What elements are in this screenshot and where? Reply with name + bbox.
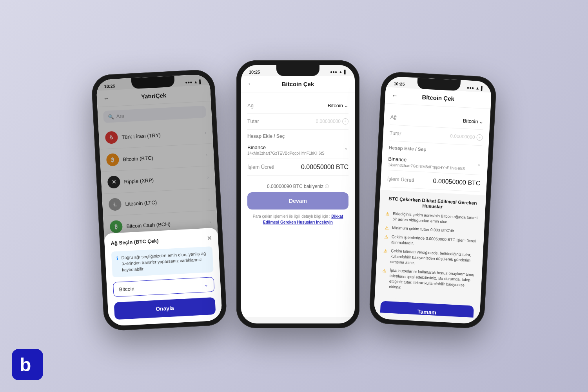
warning-item-2: ⚠ Minimum çekim tutarı 0.003 BTC'dir <box>385 224 478 235</box>
notch-3 <box>417 78 461 91</box>
amount-placeholder-3: 0.00000000 <box>450 133 475 140</box>
modal-sheet: Ağ Seçin (BTC Çek) ✕ ℹ Doğru ağı seçtiği… <box>104 228 222 320</box>
account-name: Binance <box>247 145 325 150</box>
confirm-button[interactable]: Onayla <box>114 297 216 319</box>
phone-3-screen: 10:25 ●●● ▲ ▌ ← Bitcoin Çek Ağ <box>374 76 492 324</box>
wifi-icon-3: ▲ <box>475 85 479 90</box>
amount-field-3[interactable]: 0.00000000 + <box>450 133 483 141</box>
balance-info-icon: ⓘ <box>325 184 329 189</box>
battery-icon-2: ▌ <box>344 70 347 74</box>
devam-button[interactable]: Devam <box>247 192 348 210</box>
warning-icon-4: ⚠ <box>383 248 388 254</box>
back-arrow-3[interactable]: ← <box>391 92 398 99</box>
modal-info-box: ℹ Doğru ağı seçtiğinizden emin olun, yan… <box>111 246 214 277</box>
warning-item-3: ⚠ Çekim işlemlerinde 0.00050000 BTC işle… <box>384 233 477 249</box>
status-icons-3: ●●● ▲ ▌ <box>467 85 484 90</box>
time-3: 10:25 <box>394 81 405 86</box>
phone-2: 10:25 ●●● ▲ ▌ ← Bitcoin Çek Ağ <box>236 60 359 328</box>
account-dropdown-icon-3: ⌄ <box>477 160 482 167</box>
tamam-button[interactable]: Tamam <box>380 301 474 318</box>
modal-close-button[interactable]: ✕ <box>207 234 212 242</box>
brand-logo-svg: b <box>17 354 38 376</box>
phone-1-screen: 10:25 ●●● ▲ ▌ ← Yatır/Çek 🔍 Ara <box>96 74 223 326</box>
warning-text-1: Eklediğiniz çekim adresinin Bitcoin ağın… <box>392 211 479 226</box>
btc-balance: 0.00000090 BTC bakiyeniz ⓘ <box>247 176 348 192</box>
back-arrow-2[interactable]: ← <box>247 80 254 87</box>
warning-text-5: İptal butonlarını kullanarak henüz onayl… <box>389 267 476 294</box>
amount-row: Tutar 0.00000000 + <box>247 114 348 130</box>
account-section-header: Hesap Ekle / Seç <box>247 130 348 141</box>
battery-icon-3: ▌ <box>481 86 484 90</box>
warning-icon-3: ⚠ <box>384 234 389 240</box>
warning-title: BTC Çekerken Dikkat Edilmesi Gereken Hus… <box>386 195 479 211</box>
modal-header: Ağ Seçin (BTC Çek) ✕ <box>111 234 212 246</box>
fee-value: 0.00050000 BTC <box>301 164 348 171</box>
fee-label: İşlem Ücreti <box>247 164 274 170</box>
account-select-row[interactable]: Binance 14xMn3zhart7GzTEVBdPqqoHYnF1hKH6… <box>247 141 348 159</box>
network-select[interactable]: Bitcoin ⌄ <box>113 276 215 296</box>
amount-field[interactable]: 0.00000000 + <box>316 118 348 125</box>
network-dropdown-icon: ⌄ <box>344 103 348 108</box>
warning-item-5: ⚠ İptal butonlarını kullanarak henüz ona… <box>381 267 476 294</box>
info-icon: ℹ <box>116 255 118 261</box>
account-info: Binance 14xMn3zhart7GzTEVBdPqqoHYnF1hKH6… <box>247 145 325 155</box>
fee-row: İşlem Ücreti 0.00050000 BTC <box>247 159 348 176</box>
phone-1-content: ← Yatır/Çek 🔍 Ara ₺ Türk Lirası (TRY) › <box>96 85 222 320</box>
select-chevron-icon: ⌄ <box>203 281 209 288</box>
warning-icon-2: ⚠ <box>385 225 389 231</box>
network-label-3: Ağ <box>390 114 397 120</box>
warning-text-4: Çekim talimatı verdiğinizde, belirlediği… <box>390 248 477 269</box>
warning-text-3: Çekim işlemlerinde 0.00050000 BTC işlem … <box>391 234 477 249</box>
warning-item-1: ⚠ Eklediğiniz çekim adresinin Bitcoin ağ… <box>385 210 479 226</box>
fee-label-3: İşlem Ücreti <box>387 175 414 183</box>
amount-plus-icon-3: + <box>476 134 483 141</box>
phone-3: 10:25 ●●● ▲ ▌ ← Bitcoin Çek Ağ <box>368 71 497 329</box>
status-icons-2: ●●● ▲ ▌ <box>330 70 347 74</box>
amount-placeholder: 0.00000000 <box>316 119 341 124</box>
phone-3-content: ← Bitcoin Çek Ağ Bitcoin ⌄ Tutar <box>374 87 492 318</box>
amount-label-3: Tutar <box>389 130 401 136</box>
amount-label: Tutar <box>247 118 259 124</box>
network-value[interactable]: Bitcoin ⌄ <box>328 103 348 108</box>
network-value-3[interactable]: Bitcoin ⌄ <box>463 117 484 125</box>
network-label: Ağ <box>247 103 254 108</box>
phone-3-title: Bitcoin Çek <box>422 94 454 102</box>
warning-section: BTC Çekerken Dikkat Edilmesi Gereken Hus… <box>375 190 486 303</box>
amount-plus-icon: + <box>342 118 348 125</box>
network-select-value: Bitcoin <box>119 285 134 292</box>
modal-overlay: Ağ Seçin (BTC Çek) ✕ ℹ Doğru ağı seçtiği… <box>96 85 222 320</box>
account-address: 14xMn3zhart7GzTEVBdPqqoHYnF1hKH6tS <box>247 151 325 155</box>
btc-form-3: Ağ Bitcoin ⌄ Tutar 0.00000000 + <box>380 103 490 195</box>
svg-text:b: b <box>20 354 31 375</box>
disclaimer: Para çekim işlemleri ile ilgili detaylı … <box>247 213 348 225</box>
time-2: 10:25 <box>249 70 260 74</box>
brand-logo: b <box>12 349 43 380</box>
warning-icon-5: ⚠ <box>382 267 387 273</box>
phone-1: 10:25 ●●● ▲ ▌ ← Yatır/Çek 🔍 Ara <box>91 69 227 331</box>
signal-icon-3: ●●● <box>467 85 474 90</box>
signal-icon-2: ●●● <box>330 70 337 74</box>
notch-2 <box>276 65 319 76</box>
page-container: 10:25 ●●● ▲ ▌ ← Yatır/Çek 🔍 Ara <box>0 0 588 392</box>
warning-text-2: Minimum çekim tutarı 0.003 BTC'dir <box>392 225 454 233</box>
modal-title: Ağ Seçin (BTC Çek) <box>111 238 159 246</box>
phone-2-screen: 10:25 ●●● ▲ ▌ ← Bitcoin Çek Ağ <box>241 65 355 323</box>
account-info-3: Binance 14xMn3zhart7GzTEVBdPqqoHYnF1hKH6… <box>388 155 465 170</box>
phone-3-top: ← Bitcoin Çek Ağ Bitcoin ⌄ Tutar <box>380 87 491 195</box>
phone-2-title: Bitcoin Çek <box>282 81 314 87</box>
network-row: Ağ Bitcoin ⌄ <box>247 98 348 114</box>
account-dropdown-icon: ⌄ <box>344 145 348 151</box>
phone-2-header: ← Bitcoin Çek <box>241 76 355 92</box>
modal-info-text: Doğru ağı seçtiğinizden emin olun, yanlı… <box>121 250 209 273</box>
btc-form-2: Ağ Bitcoin ⌄ Tutar 0.00000000 + <box>241 92 355 231</box>
phone-2-content: ← Bitcoin Çek Ağ Bitcoin ⌄ Tutar <box>241 76 355 317</box>
warning-icon-1: ⚠ <box>385 211 390 217</box>
fee-value-3: 0.00050000 BTC <box>433 177 481 186</box>
network-dropdown-icon-3: ⌄ <box>479 118 484 125</box>
warning-item-4: ⚠ Çekim talimatı verdiğinizde, belirledi… <box>383 247 477 269</box>
wifi-icon-2: ▲ <box>339 70 343 74</box>
